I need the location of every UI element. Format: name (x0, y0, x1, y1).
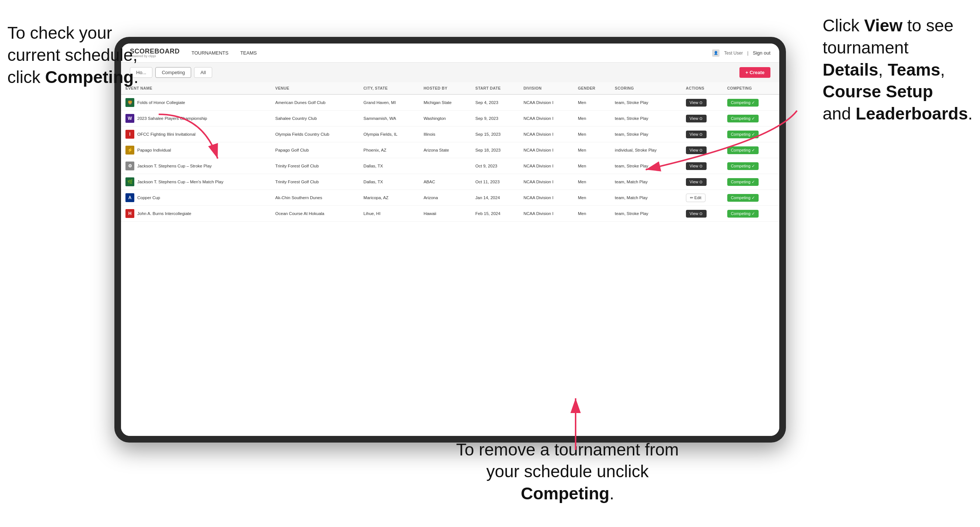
hosted-by-cell: Michigan State (419, 94, 471, 111)
table-row: ⚡ Papago Individual Papago Golf Club Pho… (121, 142, 779, 158)
start-date-cell: Sep 18, 2023 (471, 142, 519, 158)
gender-cell: Men (573, 111, 610, 127)
competing-button[interactable]: Competing ✓ (727, 210, 759, 217)
division-cell: NCAA Division I (519, 142, 574, 158)
competing-button[interactable]: Competing ✓ (727, 178, 759, 186)
competing-button[interactable]: Competing ✓ (727, 146, 759, 154)
all-filter-btn[interactable]: All (194, 67, 212, 78)
view-button[interactable]: View ⊙ (686, 99, 706, 106)
division-cell: NCAA Division I (519, 174, 574, 190)
col-start-date: START DATE (471, 82, 519, 94)
team-logo: ⚙ (126, 162, 134, 170)
competing-button[interactable]: Competing ✓ (727, 115, 759, 122)
scoring-cell: team, Stroke Play (610, 111, 681, 127)
view-button[interactable]: View ⊙ (686, 146, 706, 154)
competing-cell: Competing ✓ (723, 111, 779, 127)
division-cell: NCAA Division I (519, 190, 574, 206)
nav-tournaments[interactable]: TOURNAMENTS (191, 50, 228, 56)
division-cell: NCAA Division I (519, 158, 574, 174)
city-state-cell: Lihue, HI (359, 206, 419, 222)
event-name: Papago Individual (137, 148, 171, 152)
venue-cell: American Dunes Golf Club (271, 94, 359, 111)
competing-filter-btn[interactable]: Competing (155, 67, 191, 78)
edit-button[interactable]: ✏ Edit (686, 194, 705, 202)
table-row: 🦁 Folds of Honor Collegiate American Dun… (121, 94, 779, 111)
scoring-cell: team, Match Play (610, 174, 681, 190)
competing-button[interactable]: Competing ✓ (727, 194, 759, 202)
competing-cell: Competing ✓ (723, 127, 779, 142)
actions-cell: View ⊙ (681, 127, 723, 142)
division-cell: NCAA Division I (519, 206, 574, 222)
annotation-top-right: Click View to see tournament Details, Te… (822, 15, 973, 125)
city-state-cell: Grand Haven, MI (359, 94, 419, 111)
actions-cell: View ⊙ (681, 174, 723, 190)
view-button[interactable]: View ⊙ (686, 210, 706, 217)
venue-cell: Olympia Fields Country Club (271, 127, 359, 142)
scoring-cell: individual, Stroke Play (610, 142, 681, 158)
gender-cell: Men (573, 127, 610, 142)
hosted-by-cell: Illinois (419, 127, 471, 142)
competing-cell: Competing ✓ (723, 94, 779, 111)
hosted-by-cell: Arizona (419, 190, 471, 206)
team-logo: ⚡ (126, 146, 134, 154)
competing-cell: Competing ✓ (723, 158, 779, 174)
start-date-cell: Oct 11, 2023 (471, 174, 519, 190)
event-name: 2023 Sahalee Players Championship (137, 116, 207, 121)
filter-bar: Ho... Competing All + Create (121, 63, 779, 82)
table-header-row: EVENT NAME VENUE CITY, STATE HOSTED BY S… (121, 82, 779, 94)
actions-cell: View ⊙ (681, 158, 723, 174)
competing-button[interactable]: Competing ✓ (727, 162, 759, 170)
venue-cell: Trinity Forest Golf Club (271, 174, 359, 190)
team-logo: H (126, 209, 134, 218)
city-state-cell: Sammamish, WA (359, 111, 419, 127)
view-button[interactable]: View ⊙ (686, 130, 706, 138)
col-actions: ACTIONS (681, 82, 723, 94)
col-scoring: SCORING (610, 82, 681, 94)
city-state-cell: Maricopa, AZ (359, 190, 419, 206)
competing-button[interactable]: Competing ✓ (727, 99, 759, 106)
venue-cell: Ak-Chin Southern Dunes (271, 190, 359, 206)
venue-cell: Trinity Forest Golf Club (271, 158, 359, 174)
team-logo: 🦁 (126, 98, 134, 107)
navbar: SCOREBOARD Powered by clippi TOURNAMENTS… (121, 43, 779, 63)
event-name-cell: 🦁 Folds of Honor Collegiate (121, 94, 271, 111)
event-name-cell: W 2023 Sahalee Players Championship (121, 111, 271, 127)
nav-right: 👤 Test User | Sign out (712, 49, 770, 57)
col-gender: GENDER (573, 82, 610, 94)
create-button[interactable]: + Create (740, 67, 770, 78)
competing-cell: Competing ✓ (723, 190, 779, 206)
table-row: I OFCC Fighting Illini Invitational Olym… (121, 127, 779, 142)
team-logo: 🌿 (126, 178, 134, 186)
view-button[interactable]: View ⊙ (686, 162, 706, 170)
actions-cell: ✏ Edit (681, 190, 723, 206)
division-cell: NCAA Division I (519, 111, 574, 127)
team-logo: W (126, 114, 134, 123)
hosted-by-cell: Hawaii (419, 206, 471, 222)
nav-separator: | (747, 51, 748, 56)
city-state-cell: Dallas, TX (359, 174, 419, 190)
event-name: Jackson T. Stephens Cup – Men's Match Pl… (137, 179, 223, 184)
event-name: Folds of Honor Collegiate (137, 100, 185, 105)
gender-cell: Men (573, 158, 610, 174)
col-event-name: EVENT NAME (121, 82, 271, 94)
user-icon: 👤 (712, 49, 719, 57)
sign-out-link[interactable]: Sign out (753, 50, 770, 56)
scoring-cell: team, Stroke Play (610, 158, 681, 174)
actions-cell: View ⊙ (681, 206, 723, 222)
col-competing: COMPETING (723, 82, 779, 94)
gender-cell: Men (573, 174, 610, 190)
view-button[interactable]: View ⊙ (686, 178, 706, 186)
scoring-cell: team, Match Play (610, 190, 681, 206)
city-state-cell: Dallas, TX (359, 158, 419, 174)
col-venue: VENUE (271, 82, 359, 94)
nav-teams[interactable]: TEAMS (240, 50, 257, 56)
col-division: DIVISION (519, 82, 574, 94)
competing-button[interactable]: Competing ✓ (727, 130, 759, 138)
event-name-cell: H John A. Burns Intercollegiate (121, 206, 271, 222)
venue-cell: Sahalee Country Club (271, 111, 359, 127)
view-button[interactable]: View ⊙ (686, 115, 706, 122)
venue-cell: Papago Golf Club (271, 142, 359, 158)
gender-cell: Men (573, 206, 610, 222)
start-date-cell: Oct 9, 2023 (471, 158, 519, 174)
hosted-by-cell: Arizona State (419, 142, 471, 158)
